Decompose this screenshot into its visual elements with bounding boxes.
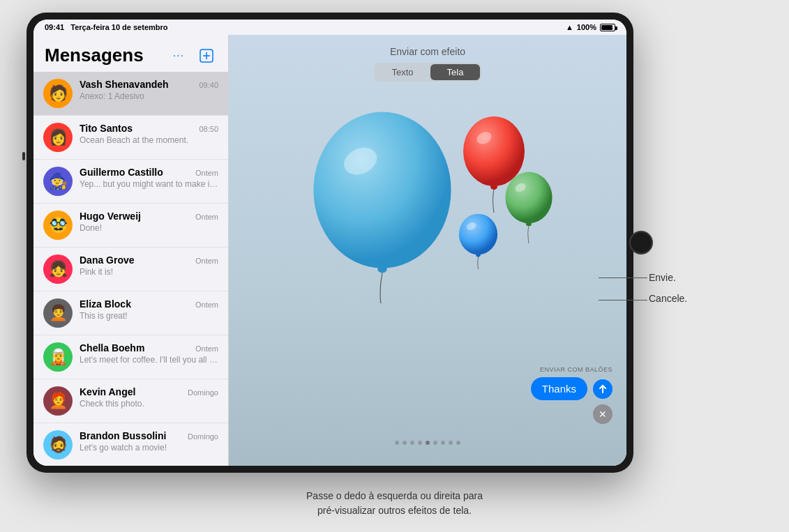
ipad-screen: 09:41 Terça-feira 10 de setembro ▲ 100% … <box>33 20 626 466</box>
conv-name-row: Brandon Bussolini Domingo <box>80 430 218 441</box>
conv-preview: Anexo: 1 Adesivo <box>80 91 218 102</box>
conv-name-row: Tito Santos 08:50 <box>80 123 218 134</box>
svg-point-11 <box>526 222 532 226</box>
page-dot-active <box>426 441 430 445</box>
conv-name: Hugo Verweij <box>80 211 141 222</box>
conv-time: Ontem <box>195 301 218 309</box>
wifi-icon: ▲ <box>566 23 573 31</box>
battery-icon <box>600 24 615 31</box>
sidebar-header: Mensagens ··· <box>33 35 228 72</box>
page-dot <box>456 441 460 445</box>
page-dots <box>395 441 460 445</box>
conv-name: Dana Grove <box>80 254 135 266</box>
avatar: 🧔 <box>43 430 73 459</box>
compose-button[interactable] <box>196 45 217 66</box>
conv-info: Brandon Bussolini Domingo Let's go watch… <box>80 430 218 454</box>
page-dot <box>395 441 399 445</box>
bottom-caption-line1: Passe o dedo à esquerda ou direita para <box>306 489 483 503</box>
conversation-item[interactable]: 🧑‍🦰 Kevin Angel Domingo Check this photo… <box>33 379 228 423</box>
conversation-item[interactable]: 🧑 Vash Shenavandeh 09:40 Anexo: 1 Adesiv… <box>33 72 228 116</box>
status-date: Terça-feira 10 de setembro <box>70 23 167 31</box>
conv-preview: This is great! <box>80 311 218 322</box>
balloon-green <box>501 171 557 244</box>
conversation-item[interactable]: 👩 Tito Santos 08:50 Ocean Beach at the m… <box>33 116 228 160</box>
conversation-item[interactable]: 🥸 Hugo Verweij Ontem Done! <box>33 204 228 248</box>
conv-preview: Check this photo. <box>80 399 218 410</box>
conv-info: Dana Grove Ontem Pink it is! <box>80 254 218 278</box>
conv-info: Hugo Verweij Ontem Done! <box>80 211 218 234</box>
avatar: 🧝 <box>43 342 73 372</box>
sidebar-title: Mensagens <box>45 45 144 66</box>
bottom-caption-line2: pré-visualizar outros efeitos de tela. <box>306 503 483 518</box>
cancel-icon: ✕ <box>599 409 607 419</box>
cancel-button[interactable]: ✕ <box>593 404 613 424</box>
conv-preview: Pink it is! <box>80 267 218 278</box>
conv-time: Ontem <box>195 344 218 353</box>
conv-name: Brandon Bussolini <box>80 430 166 441</box>
conv-name-row: Hugo Verweij Ontem <box>80 211 218 222</box>
silent-button[interactable] <box>22 152 25 160</box>
conv-time: Ontem <box>195 213 218 221</box>
svg-point-14 <box>476 254 481 257</box>
annotation-cancele: Cancele. <box>649 293 687 304</box>
conv-preview: Yep... but you might want to make it a s… <box>80 179 218 190</box>
conv-name-row: Eliza Block Ontem <box>80 298 218 310</box>
conversation-item[interactable]: 🧔 Brandon Bussolini Domingo Let's go wat… <box>33 423 228 466</box>
conv-info: Tito Santos 08:50 Ocean Beach at the mom… <box>80 123 218 146</box>
annotation-line-envie <box>599 278 647 278</box>
home-button[interactable] <box>629 231 653 254</box>
conv-preview: Done! <box>80 223 218 234</box>
annotation-envie: Envie. <box>649 272 676 283</box>
conversation-item[interactable]: 👧 Dana Grove Ontem Pink it is! <box>33 248 228 291</box>
conv-name: Vash Shenavandeh <box>80 79 169 90</box>
avatar: 👧 <box>43 254 73 284</box>
message-area: ENVIAR COM BALÕES Thanks ✕ <box>531 366 613 424</box>
more-button[interactable]: ··· <box>168 45 189 66</box>
conv-name-row: Vash Shenavandeh 09:40 <box>80 79 218 90</box>
tab-texto[interactable]: Texto <box>375 64 430 80</box>
effect-area: Enviar com efeito Texto Tela <box>229 35 626 466</box>
ipad-frame: 09:41 Terça-feira 10 de setembro ▲ 100% … <box>27 13 633 473</box>
page-dot <box>410 441 414 445</box>
page-dot <box>441 441 445 445</box>
conversation-item[interactable]: 🧙 Guillermo Castillo Ontem Yep... but yo… <box>33 160 228 204</box>
svg-point-5 <box>377 265 386 273</box>
conv-preview: Ocean Beach at the moment. <box>80 135 218 146</box>
status-indicators: ▲ 100% <box>566 23 615 31</box>
send-button[interactable] <box>593 379 613 399</box>
svg-point-12 <box>459 214 497 255</box>
conv-name-row: Dana Grove Ontem <box>80 254 218 266</box>
conv-name: Tito Santos <box>80 123 133 134</box>
balloon-small-blue <box>456 213 501 272</box>
effect-title: Enviar com efeito <box>374 46 482 57</box>
conv-name-row: Guillermo Castillo Ontem <box>80 167 218 178</box>
avatar: 🧑‍🦰 <box>43 386 73 416</box>
status-bar: 09:41 Terça-feira 10 de setembro ▲ 100% <box>33 20 626 35</box>
avatar: 🥸 <box>43 211 73 240</box>
effect-tabs: Texto Tela <box>374 63 482 82</box>
status-time-date: 09:41 Terça-feira 10 de setembro <box>45 23 168 31</box>
conv-time: 08:50 <box>199 125 218 133</box>
svg-point-8 <box>490 184 497 190</box>
conversations-list: 🧑 Vash Shenavandeh 09:40 Anexo: 1 Adesiv… <box>33 72 228 466</box>
conv-time: Ontem <box>195 169 218 177</box>
page-dot <box>418 441 422 445</box>
send-with-label: ENVIAR COM BALÕES <box>540 366 613 373</box>
conv-name: Guillermo Castillo <box>80 167 163 178</box>
annotation-line-cancele <box>599 300 647 301</box>
conv-name: Kevin Angel <box>80 386 135 397</box>
conversation-item[interactable]: 🧑‍🦱 Eliza Block Ontem This is great! <box>33 291 228 335</box>
avatar: 👩 <box>43 123 73 152</box>
conv-name: Eliza Block <box>80 298 131 310</box>
bottom-caption: Passe o dedo à esquerda ou direita para … <box>306 489 483 518</box>
conv-name-row: Chella Boehm Ontem <box>80 342 218 354</box>
conv-time: 09:40 <box>199 81 218 89</box>
conv-info: Guillermo Castillo Ontem Yep... but you … <box>80 167 218 190</box>
svg-point-3 <box>313 112 451 268</box>
conv-info: Vash Shenavandeh 09:40 Anexo: 1 Adesivo <box>80 79 218 102</box>
message-row: Thanks <box>531 377 613 400</box>
conversation-item[interactable]: 🧝 Chella Boehm Ontem Let's meet for coff… <box>33 335 228 379</box>
page-dot <box>403 441 407 445</box>
effect-header: Enviar com efeito Texto Tela <box>374 35 482 82</box>
tab-tela[interactable]: Tela <box>430 64 481 80</box>
